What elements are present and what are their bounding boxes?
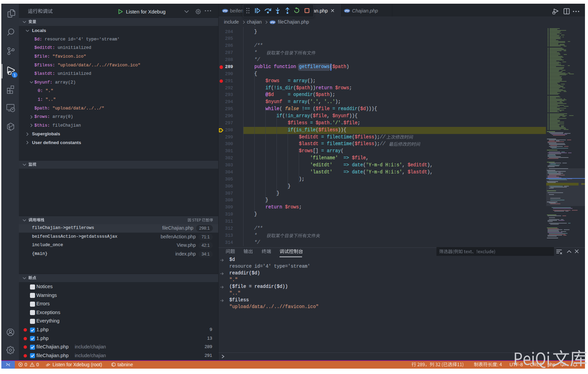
svg-text:php: php	[223, 9, 227, 12]
svg-text:php: php	[345, 9, 349, 12]
svg-text:php: php	[270, 21, 275, 24]
